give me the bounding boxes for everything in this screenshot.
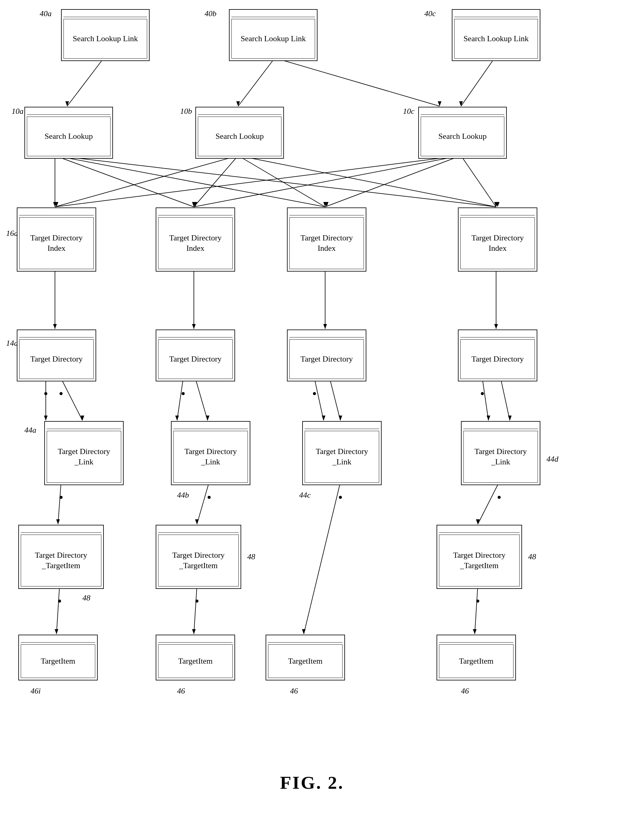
label-40c: 40c bbox=[424, 9, 436, 18]
svg-marker-65 bbox=[195, 519, 199, 524]
box-ti-3: TargetItem bbox=[266, 635, 345, 680]
svg-marker-21 bbox=[193, 202, 197, 207]
box-ti-2: TargetItem bbox=[156, 635, 235, 680]
svg-point-48 bbox=[182, 392, 185, 395]
svg-marker-71 bbox=[476, 519, 480, 524]
svg-line-28 bbox=[194, 156, 461, 207]
svg-point-69 bbox=[339, 496, 342, 499]
box-sl-b: Search Lookup bbox=[195, 107, 284, 159]
svg-marker-44 bbox=[80, 416, 84, 421]
box-tdi-item-b-header bbox=[158, 527, 239, 533]
label-40a: 40a bbox=[40, 9, 52, 18]
svg-line-30 bbox=[461, 156, 496, 207]
svg-marker-16 bbox=[494, 202, 498, 207]
svg-marker-80 bbox=[473, 629, 477, 634]
svg-marker-5 bbox=[459, 101, 463, 106]
svg-line-79 bbox=[475, 586, 478, 634]
svg-marker-1 bbox=[65, 101, 69, 106]
box-sl-a-label: Search Lookup bbox=[27, 117, 111, 156]
svg-marker-47 bbox=[175, 416, 179, 421]
diagram: 40a Search Lookup Link 40b Search Lookup… bbox=[0, 0, 624, 809]
box-sll-c-header bbox=[454, 12, 538, 17]
box-sl-b-label: Search Lookup bbox=[198, 117, 281, 156]
box-td-1-header bbox=[19, 332, 94, 338]
box-sll-a: Search Lookup Link bbox=[61, 9, 150, 61]
box-ti-1: TargetItem bbox=[18, 635, 98, 680]
svg-line-46 bbox=[177, 378, 183, 421]
svg-marker-14 bbox=[323, 202, 327, 207]
svg-line-17 bbox=[55, 156, 238, 207]
label-44a: 44a bbox=[25, 425, 36, 435]
box-tdl-a: Target Directory _Link bbox=[44, 421, 124, 485]
svg-marker-9 bbox=[53, 202, 57, 207]
box-tdl-b-header bbox=[173, 424, 248, 429]
box-sll-b-header bbox=[232, 12, 315, 17]
svg-point-63 bbox=[60, 496, 63, 499]
box-ti-2-label: TargetItem bbox=[158, 644, 233, 678]
box-sll-a-header bbox=[63, 12, 147, 17]
label-48-a: 48 bbox=[82, 593, 90, 603]
box-tdi-3-label: Target Directory Index bbox=[289, 217, 364, 269]
box-tdl-d: Target Directory _Link bbox=[461, 421, 541, 485]
svg-marker-23 bbox=[325, 202, 329, 207]
label-44c: 44c bbox=[299, 491, 311, 500]
label-44d: 44d bbox=[547, 455, 558, 464]
svg-marker-55 bbox=[338, 416, 342, 421]
svg-marker-62 bbox=[56, 519, 60, 524]
svg-line-4 bbox=[461, 58, 494, 106]
label-48-c: 48 bbox=[528, 552, 536, 561]
box-tdl-d-label: Target Directory _Link bbox=[463, 431, 538, 483]
svg-marker-50 bbox=[206, 416, 209, 421]
svg-line-64 bbox=[197, 482, 209, 524]
svg-marker-25 bbox=[496, 202, 499, 207]
box-tdi-3-header bbox=[289, 210, 364, 216]
box-tdl-c-header bbox=[305, 424, 379, 429]
label-14a: 14a bbox=[6, 339, 18, 348]
box-tdl-a-header bbox=[47, 424, 121, 429]
box-sl-c: Search Lookup bbox=[418, 107, 507, 159]
box-sll-c-label: Search Lookup Link bbox=[454, 19, 538, 59]
label-10c: 10c bbox=[403, 107, 415, 116]
svg-marker-3 bbox=[236, 101, 240, 106]
box-tdi-3: Target Directory Index bbox=[287, 208, 366, 271]
svg-line-70 bbox=[478, 482, 499, 524]
svg-line-49 bbox=[195, 378, 208, 421]
svg-line-13 bbox=[55, 156, 325, 207]
label-46i: 46i bbox=[31, 686, 40, 696]
svg-line-73 bbox=[57, 586, 60, 634]
svg-line-22 bbox=[238, 156, 325, 207]
svg-line-6 bbox=[275, 58, 440, 106]
svg-marker-74 bbox=[55, 629, 58, 634]
svg-point-72 bbox=[497, 496, 500, 499]
box-tdi-4: Target Directory Index bbox=[458, 208, 537, 271]
figure-caption: FIG. 2. bbox=[280, 772, 344, 793]
svg-line-15 bbox=[55, 156, 496, 207]
svg-line-59 bbox=[500, 378, 510, 421]
svg-point-58 bbox=[481, 392, 484, 395]
svg-marker-57 bbox=[487, 416, 490, 421]
box-tdl-c-label: Target Directory _Link bbox=[305, 431, 379, 483]
box-tdi-1-header bbox=[19, 210, 94, 216]
box-tdi-item-c-header bbox=[439, 527, 520, 533]
box-tdi-2-label: Target Directory Index bbox=[158, 217, 233, 269]
svg-point-75 bbox=[58, 600, 61, 603]
box-tdi-1: Target Directory Index bbox=[17, 208, 96, 271]
box-sll-b: Search Lookup Link bbox=[229, 9, 318, 61]
svg-point-78 bbox=[195, 600, 198, 603]
box-sll-a-label: Search Lookup Link bbox=[63, 19, 147, 59]
box-sl-c-header bbox=[421, 109, 504, 115]
box-ti-3-header bbox=[268, 637, 343, 643]
svg-line-2 bbox=[238, 58, 275, 106]
box-td-1: Target Directory bbox=[17, 330, 96, 381]
svg-line-0 bbox=[67, 58, 104, 106]
svg-line-67 bbox=[304, 482, 340, 634]
box-tdl-a-label: Target Directory _Link bbox=[47, 431, 121, 483]
svg-marker-31 bbox=[496, 202, 499, 207]
svg-line-29 bbox=[325, 156, 461, 207]
svg-line-43 bbox=[61, 378, 82, 421]
svg-line-76 bbox=[194, 586, 197, 634]
label-44b: 44b bbox=[177, 491, 189, 500]
box-tdl-d-header bbox=[463, 424, 538, 429]
svg-line-61 bbox=[58, 482, 61, 524]
box-tdi-2-header bbox=[158, 210, 233, 216]
